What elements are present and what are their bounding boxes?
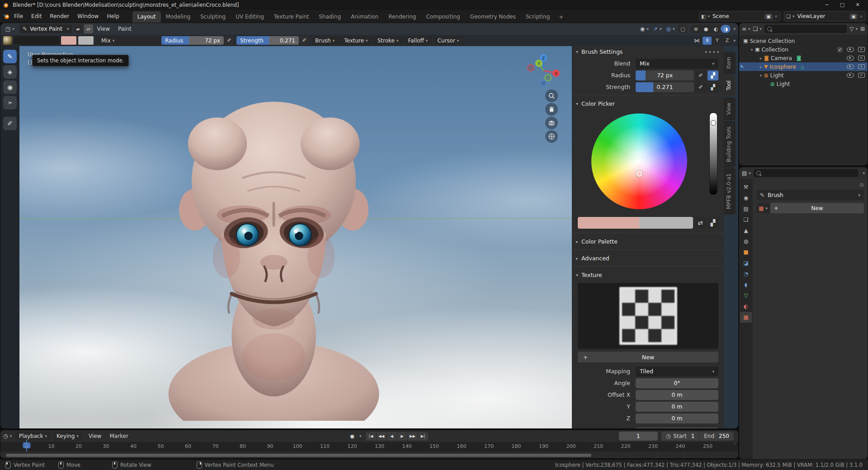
eye-icon[interactable] xyxy=(847,64,854,69)
navigation-gizmo[interactable]: X Y Z xyxy=(524,52,562,89)
brush-color-toggle-icon[interactable]: ▞ xyxy=(708,217,718,228)
camera-view-button[interactable] xyxy=(545,117,558,129)
timeline-scrollbar[interactable] xyxy=(6,454,591,457)
alien-head-model[interactable] xyxy=(163,61,384,421)
playback-menu[interactable]: Playback ▾ xyxy=(15,432,51,441)
ruler-frame-label[interactable]: 10 xyxy=(48,443,54,449)
prop-tab-world[interactable]: ◍ xyxy=(740,236,752,247)
shading-wireframe-button[interactable]: ⊕ xyxy=(691,25,701,33)
mode-selector[interactable]: ✎ Vertex Paint ▾ xyxy=(19,24,72,33)
strength-unified-toggle[interactable]: ▞ xyxy=(708,82,718,92)
ruler-frame-label[interactable]: 40 xyxy=(130,443,137,449)
falloff-popover[interactable]: Falloff ▾ xyxy=(404,36,431,45)
mirror-popover-caret[interactable]: ▾ xyxy=(733,38,736,43)
object-visibility-popover[interactable]: ◉ ▾ xyxy=(638,25,651,33)
pin-icon[interactable]: ◎ xyxy=(859,182,864,188)
brush-selector-button[interactable] xyxy=(14,36,60,45)
checkbox-icon[interactable]: ✓ xyxy=(837,47,843,52)
ruler-frame-label[interactable]: 70 xyxy=(212,443,218,449)
workspace-tab-animation[interactable]: Animation xyxy=(346,11,383,23)
ruler-frame-label[interactable]: 150 xyxy=(429,443,439,449)
vertex-mask-toggle[interactable]: ▱ xyxy=(84,24,93,33)
ruler-frame-label[interactable]: 160 xyxy=(457,443,466,449)
ruler-frame-label[interactable]: 230 xyxy=(648,443,658,449)
ruler-frame-label[interactable]: 20 xyxy=(75,443,82,449)
ruler-frame-label[interactable]: 190 xyxy=(539,443,548,449)
outliner-row-collection[interactable]: ▾ ▣ Collection ✓ xyxy=(739,45,868,54)
ruler-frame-label[interactable]: 200 xyxy=(566,443,576,449)
timeline-marker-menu[interactable]: Marker xyxy=(105,431,132,441)
editor-type-selector[interactable]: ◳ ▾ xyxy=(3,25,17,33)
tool-smear[interactable]: ➣ xyxy=(3,96,17,109)
keying-menu[interactable]: Keying ▾ xyxy=(53,432,82,441)
current-frame-field[interactable]: 1 xyxy=(619,432,658,441)
viewport-3d[interactable]: ◳ ▾ ✎ Vertex Paint ▾ ▰ ▱ View Paint ◉ ▾ … xyxy=(0,23,738,428)
mirror-z-toggle[interactable]: Z xyxy=(722,37,731,45)
ruler-frame-label[interactable]: 120 xyxy=(347,443,357,449)
scene-selector[interactable]: ◧ ▾ Scene ▣ ✕ xyxy=(699,11,780,21)
perspective-toggle-button[interactable] xyxy=(545,130,558,143)
ruler-frame-label[interactable]: 100 xyxy=(292,443,302,449)
view-menu[interactable]: View xyxy=(93,24,114,34)
ruler-frame-label[interactable]: 90 xyxy=(267,443,273,449)
filter-icon[interactable]: ▽ xyxy=(849,26,854,32)
workspace-tab-layout[interactable]: Layout xyxy=(132,11,161,23)
ruler-frame-label[interactable]: 240 xyxy=(675,443,685,449)
brush-thumbnail[interactable] xyxy=(3,36,12,45)
expand-icon[interactable]: ▸ xyxy=(758,65,764,69)
prop-tab-constraints[interactable]: ◖ xyxy=(740,279,752,290)
new-scene-button[interactable]: ▣ xyxy=(764,14,772,19)
radius-pressure-icon[interactable]: ✐ xyxy=(225,36,234,45)
new-texture-button[interactable]: + New xyxy=(770,203,864,213)
outliner-row-camera[interactable]: ▸ ◙ Camera ◙ xyxy=(739,54,868,62)
paint-menu[interactable]: Paint xyxy=(114,24,136,34)
sidebar-tab-tool[interactable]: Tool xyxy=(724,75,736,96)
tool-draw[interactable]: ✎ xyxy=(3,50,17,63)
color-picker-header[interactable]: ▾ Color Picker xyxy=(572,98,724,109)
color-palette-header[interactable]: ▸ Color Palette xyxy=(572,236,724,247)
eye-icon[interactable] xyxy=(847,73,854,78)
play-reverse-button[interactable]: ◀ xyxy=(387,432,397,441)
outliner-search[interactable] xyxy=(764,25,847,33)
workspace-tab-scripting[interactable]: Scripting xyxy=(521,11,555,23)
strength-pressure-icon[interactable]: ✐ xyxy=(695,82,706,92)
workspace-tab-shading[interactable]: Shading xyxy=(314,11,346,23)
value-slider[interactable] xyxy=(709,113,717,195)
advanced-header[interactable]: ▸ Advanced xyxy=(572,253,724,263)
offset-x-field[interactable]: 0 m xyxy=(636,390,718,400)
workspace-tab-compositing[interactable]: Compositing xyxy=(421,11,465,23)
collapse-arrow-icon[interactable]: ‹ xyxy=(734,441,736,446)
sidebar-tab-mpfb[interactable]: MPFB v2.0-a1 xyxy=(724,168,736,215)
radius-slider[interactable]: 72 px xyxy=(636,70,694,80)
new-viewlayer-button[interactable]: ▣ xyxy=(849,14,857,19)
brush-popover[interactable]: Brush ▾ xyxy=(311,36,338,45)
workspace-tab-geometry-nodes[interactable]: Geometry Nodes xyxy=(465,11,521,23)
size-x-field[interactable]: 1.00 xyxy=(636,428,718,429)
face-mask-toggle[interactable]: ▰ xyxy=(74,24,83,33)
blend-mode-dropdown[interactable]: Mix ▾ xyxy=(98,36,159,45)
properties-options-caret[interactable]: ▾ xyxy=(863,171,865,175)
camera-visibility-icon[interactable] xyxy=(858,47,865,52)
ruler-frame-label[interactable]: 170 xyxy=(484,443,494,449)
tool-annotate[interactable]: ✐ xyxy=(3,117,17,130)
prop-tab-output[interactable]: ▤ xyxy=(740,203,752,214)
sidebar-tab-building-tools[interactable]: Building Tools xyxy=(724,121,736,168)
play-button[interactable]: ▶ xyxy=(397,432,408,441)
primary-color-swatch[interactable] xyxy=(61,36,77,45)
display-mode-icon[interactable]: ❏ xyxy=(753,26,758,32)
prop-tab-scene[interactable]: ▲ xyxy=(740,225,752,236)
outliner-row-scene-collection[interactable]: ▣ Scene Collection xyxy=(739,37,868,45)
prev-keyframe-button[interactable]: ◀◀ xyxy=(377,432,387,441)
timeline-ruler[interactable]: 1102030405060708090100110120130140150160… xyxy=(0,442,738,451)
outliner-row-light-data[interactable]: ◍ Light xyxy=(739,80,868,88)
camera-visibility-icon[interactable] xyxy=(858,64,865,69)
mirror-y-toggle[interactable]: Y xyxy=(712,37,722,45)
minimize-button[interactable]: ─ xyxy=(819,0,835,10)
secondary-color-swatch[interactable] xyxy=(639,217,693,229)
eye-icon[interactable] xyxy=(847,56,854,61)
eye-icon[interactable] xyxy=(847,47,854,52)
unlink-scene-button[interactable]: ✕ xyxy=(774,14,778,19)
ruler-frame-label[interactable]: 60 xyxy=(185,443,191,449)
offset-z-field[interactable]: 0 m xyxy=(636,414,718,423)
workspace-tab-texture-paint[interactable]: Texture Paint xyxy=(269,11,314,23)
